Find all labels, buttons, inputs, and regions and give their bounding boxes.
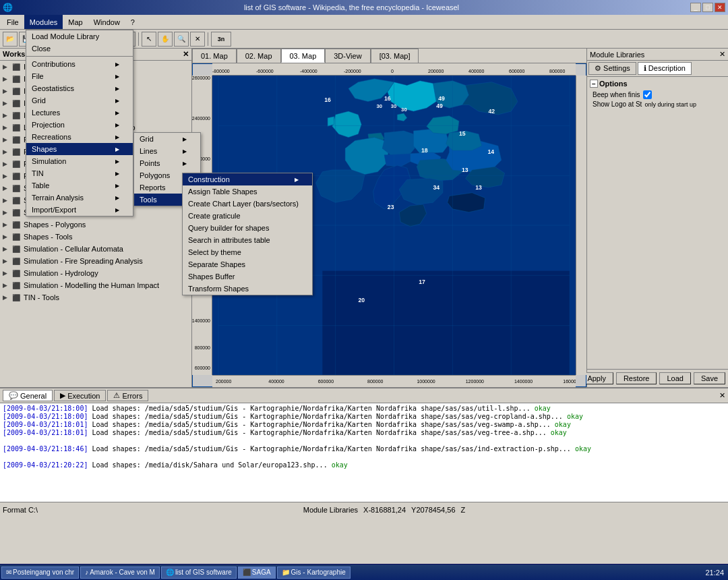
dd-contributions[interactable]: Contributions ▶ [26,58,133,70]
dd-shapes-points[interactable]: Points ▶ [134,157,200,169]
option-beep-label: Beep when finis [593,91,640,98]
toolbar-separator-2 [138,32,139,46]
ruler-bottom: 200000 400000 600000 800000 1000000 1200… [212,375,576,387]
toolbar-btn-cross[interactable]: ✕ [190,32,205,47]
menu-file[interactable]: File [1,15,24,29]
svg-rect-24 [322,271,570,375]
map-tab-1[interactable]: 01. Map [192,49,237,63]
toolbar-btn-3d[interactable]: 3n [211,32,231,47]
dd-table[interactable]: Table ▶ [26,179,133,192]
right-panel: Module Libraries ✕ ⚙ Settings ℹ Descript… [586,49,728,387]
dd-recreations[interactable]: Recreations ▶ [26,131,133,143]
toolbar-btn-zoom[interactable]: 🔍 [174,32,189,47]
module-lib-close[interactable]: ✕ [719,50,725,59]
msg-tab-execution[interactable]: ▶ Execution [54,390,106,401]
load-button[interactable]: Load [659,372,690,384]
list-item[interactable]: ▶⬛Simulation - Hydrology [0,267,191,279]
submenu-arrow: ▶ [115,158,119,165]
dd-load-module[interactable]: Load Module Library [26,30,133,42]
menu-window[interactable]: Window [88,15,125,29]
list-item[interactable]: ▶⬛Simulation - Fire Spreading Analysis [0,255,191,267]
option-beep-checkbox[interactable] [643,90,652,99]
restore-button[interactable]: Restore [616,372,657,384]
dd-close[interactable]: Close [26,42,133,55]
dd-tools-query[interactable]: Query builder for shapes [183,222,312,234]
msg-status: okay [567,413,583,420]
msg-text: Load shapes: /media/sda5/studium/Gis - K… [92,421,550,428]
list-item[interactable]: ▶⬛Simulation - Cellular Automata [0,243,191,255]
submenu-arrow: ▶ [115,207,119,213]
list-item[interactable]: ▶⬛Shapes - Tools [0,231,191,243]
map-tab-03-2[interactable]: [03. Map] [371,49,419,63]
dd-tools-buffer[interactable]: Shapes Buffer [183,270,312,283]
msg-line: [2009-04-03/21:18:00] Load shapes: /medi… [3,413,725,420]
dd-tools-assign[interactable]: Assign Table Shapes [183,185,312,198]
toolbar-btn-1[interactable]: 📂 [3,32,18,47]
menu-help[interactable]: ? [125,15,140,29]
dd-tools-chart[interactable]: Create Chart Layer (bars/sectors) [183,198,312,210]
close-button[interactable]: ✕ [715,3,725,12]
description-tab[interactable]: ℹ Description [638,62,692,75]
taskbar-item-amarok[interactable]: ♪ Amarok - Cave von M [80,567,160,579]
taskbar-item-kartographie[interactable]: 📁 Gis - Kartographie [277,567,351,579]
dd-tools-select[interactable]: Select by theme [183,246,312,258]
submenu-arrow: ▶ [115,195,119,201]
dd-tools-separate[interactable]: Separate Shapes [183,258,312,270]
dd-shapes[interactable]: Shapes ▶ [26,143,133,155]
msg-tab-general[interactable]: 💬 General [3,390,53,401]
list-item[interactable]: ▶⬛Simulation - Modelling the Human Impac… [0,279,191,291]
tools-submenu: Construction ▶ Assign Table Shapes Creat… [182,173,313,295]
submenu-arrow: ▶ [115,183,119,189]
workspace-close[interactable]: ✕ [183,50,189,59]
svg-text:13: 13 [475,184,482,191]
option-logo: Show Logo at St only during start up [590,100,725,108]
dd-importexport[interactable]: Import/Export ▶ [26,204,133,216]
titlebar-controls: _ □ ✕ [690,3,725,12]
dd-tools-search[interactable]: Search in attributes table [183,234,312,246]
dd-lectures[interactable]: Lectures ▶ [26,107,133,119]
dd-tools-transform[interactable]: Transform Shapes [183,283,312,295]
errors-label: Errors [122,392,142,400]
svg-text:34: 34 [433,184,439,191]
map-tab-3[interactable]: 03. Map [281,49,326,63]
module-libraries-label: Module Libraries [303,506,358,514]
map-scrollbar-v[interactable] [576,76,586,375]
dd-terrain[interactable]: Terrain Analysis ▶ [26,192,133,204]
toolbar-btn-hand[interactable]: ✋ [158,32,173,47]
save-button[interactable]: Save [694,372,725,384]
ruler-top: -800000 -600000 -400000 -200000 0 200000… [212,63,576,76]
dd-file[interactable]: File ▶ [26,70,133,82]
msg-tab-errors[interactable]: ⚠ Errors [107,390,148,401]
map-tab-3d[interactable]: 3D-View [325,49,370,63]
options-collapse[interactable]: − [590,80,598,88]
toolbar-btn-arrow[interactable]: ↖ [142,32,156,47]
svg-text:20: 20 [358,297,365,303]
dd-tin[interactable]: TIN ▶ [26,167,133,179]
dd-simulation[interactable]: Simulation ▶ [26,155,133,167]
menu-modules[interactable]: Modules [24,15,63,29]
submenu-arrow: ▶ [115,74,119,80]
msg-time: [2009-04-03/21:18:01] [3,421,88,428]
msg-text: Load shapes: /media/sda5/studium/Gis - K… [92,405,530,412]
dd-projection[interactable]: Projection ▶ [26,119,133,131]
options-header[interactable]: − Options [590,80,725,88]
errors-icon: ⚠ [113,391,120,400]
list-item[interactable]: ▶⬛Shapes - Polygons [0,219,191,231]
maximize-button[interactable]: □ [702,3,713,12]
list-item[interactable]: ▶⬛TIN - Tools [0,291,191,303]
msg-status: okay [551,429,567,436]
dd-tools-construction[interactable]: Construction ▶ [183,173,312,185]
dd-shapes-lines[interactable]: Lines ▶ [134,145,200,157]
svg-text:30: 30 [376,103,382,109]
minimize-button[interactable]: _ [690,3,701,12]
menu-map[interactable]: Map [63,15,88,29]
settings-tab[interactable]: ⚙ Settings [588,62,636,75]
dd-tools-graticule[interactable]: Create graticule [183,210,312,222]
taskbar-item-saga[interactable]: ⬛ SAGA [238,567,276,579]
taskbar-item-firefox[interactable]: 🌐 list of GIS software [161,567,237,579]
dd-shapes-grid[interactable]: Grid ▶ [134,133,200,145]
dd-geostatistics[interactable]: Geostatistics ▶ [26,82,133,94]
taskbar-item-mail[interactable]: ✉ Posteingang von chr [1,567,79,579]
dd-grid[interactable]: Grid ▶ [26,94,133,107]
map-tab-2[interactable]: 02. Map [237,49,281,63]
